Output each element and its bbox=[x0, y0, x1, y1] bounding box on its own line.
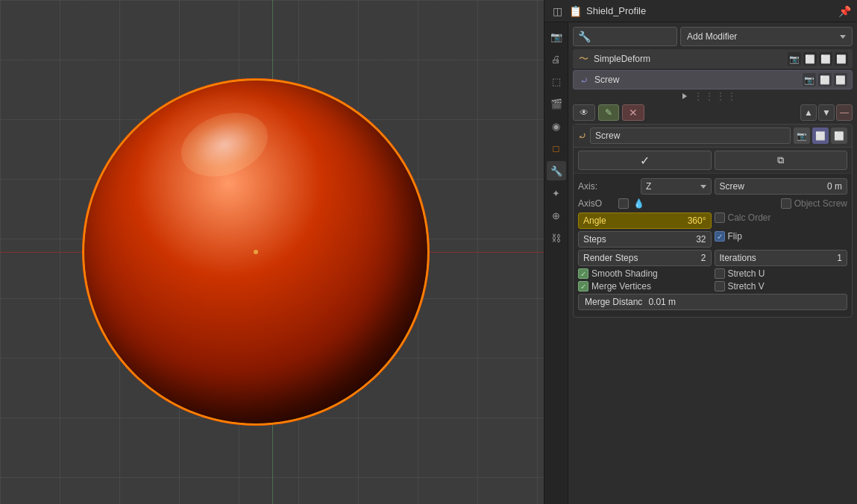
axis-row: Axis: Z Screw 0 m bbox=[578, 178, 847, 195]
steps-row: Steps 32 ✓ Flip bbox=[578, 231, 847, 248]
object-screw-label: Object Screw bbox=[794, 198, 847, 209]
dropdown-arrow bbox=[840, 35, 846, 39]
screw-field[interactable]: Screw 0 m bbox=[715, 178, 848, 195]
angle-field[interactable]: Angle 360° bbox=[578, 212, 712, 229]
simpledeform-render-btn[interactable]: 📷 bbox=[788, 52, 801, 66]
simpledeform-actions: 📷 ⬜ ⬜ ⬜ bbox=[788, 52, 848, 66]
smooth-shading-row: ✓ Smooth Shading Stretch U bbox=[578, 268, 847, 279]
object-screw-checkbox[interactable] bbox=[781, 198, 791, 209]
stretch-u-col: Stretch U bbox=[715, 268, 848, 279]
iterations-col: Iterations 1 bbox=[715, 250, 848, 266]
props-output-icon[interactable]: 🖨 bbox=[547, 49, 566, 69]
viewport[interactable] bbox=[0, 0, 544, 504]
simpledeform-icon: 〜 bbox=[577, 53, 589, 65]
steps-col: Steps 32 bbox=[578, 231, 712, 248]
screw-render-btn[interactable]: 📷 bbox=[803, 73, 816, 86]
props-scene-icon[interactable]: 🎬 bbox=[547, 94, 566, 113]
steps-field[interactable]: Steps 32 bbox=[578, 231, 712, 248]
stretch-u-label: Stretch U bbox=[728, 268, 765, 279]
drag-handle: ⋮⋮⋮⋮ bbox=[693, 90, 738, 102]
add-modifier-row: 🔧 Add Modifier bbox=[573, 27, 853, 46]
smooth-shading-checkbox[interactable]: ✓ bbox=[578, 268, 588, 279]
screw-actions: 📷 ⬜ ⬜ bbox=[803, 73, 847, 86]
props-object-icon[interactable]: □ bbox=[547, 139, 566, 158]
nav-down-btn[interactable]: ▼ bbox=[818, 104, 835, 121]
angle-col: Angle 360° bbox=[578, 212, 712, 229]
pin-button[interactable]: 📌 bbox=[838, 5, 851, 17]
axiso-color-swatch[interactable] bbox=[618, 198, 629, 209]
apply-button[interactable]: ✓ bbox=[578, 151, 712, 170]
modifier-body: Axis: Z Screw 0 m bbox=[574, 174, 852, 317]
render-steps-field[interactable]: Render Steps 2 bbox=[578, 250, 712, 266]
simpledeform-extra-btn[interactable]: ⬜ bbox=[835, 52, 848, 66]
calc-order-checkbox[interactable] bbox=[715, 212, 725, 223]
stretch-v-col: Stretch V bbox=[715, 281, 848, 292]
axiso-row: AxisO 💧 Object Screw bbox=[578, 197, 847, 210]
props-physics-icon[interactable]: ⊕ bbox=[547, 206, 566, 225]
screw-edit-btn[interactable]: ⬜ bbox=[834, 73, 847, 86]
filter-row: 👁 ✎ ✕ ▲ ▼ — bbox=[573, 104, 853, 121]
merge-vertices-checkbox[interactable]: ✓ bbox=[578, 281, 588, 292]
add-modifier-button[interactable]: Add Modifier bbox=[680, 27, 853, 46]
modifier-edit-toggle[interactable]: ⬜ bbox=[831, 127, 847, 144]
right-panel: ◫ 📋 Shield_Profile 📌 📷 🖨 ⬚ 🎬 ◉ □ 🔧 ✦ ⊕ ⛓… bbox=[544, 0, 857, 504]
nav-collapse-btn[interactable]: — bbox=[836, 104, 853, 121]
merge-distance-field[interactable]: Merge Distanc 0.01 m bbox=[578, 294, 847, 310]
props-modifier-icon[interactable]: 🔧 bbox=[547, 161, 566, 180]
topbar-object-icon: 📋 bbox=[568, 4, 582, 18]
merge-vertices-row: ✓ Merge Vertices Stretch V bbox=[578, 281, 847, 292]
stretch-u-checkbox[interactable] bbox=[715, 268, 725, 279]
axis-label: Axis: bbox=[578, 181, 638, 192]
merge-vertices-label: Merge Vertices bbox=[591, 281, 651, 292]
modifier-action-row: ✓ ⧉ bbox=[574, 148, 852, 174]
screw-col: Screw 0 m bbox=[715, 178, 848, 195]
props-world-icon[interactable]: ◉ bbox=[547, 116, 566, 136]
flip-col: ✓ Flip bbox=[715, 231, 848, 248]
nav-up-btn[interactable]: ▲ bbox=[800, 104, 817, 121]
modifier-item-screw[interactable]: ⤾ Screw 📷 ⬜ ⬜ bbox=[573, 70, 853, 89]
filter-edit-btn[interactable]: ✎ bbox=[598, 104, 619, 121]
axiso-label: AxisO bbox=[578, 198, 615, 209]
angle-row: Angle 360° Calc Order bbox=[578, 212, 847, 229]
nav-arrows: ▲ ▼ — bbox=[800, 104, 853, 121]
props-constraints-icon[interactable]: ⛓ bbox=[547, 228, 566, 248]
props-sidebar: 📷 🖨 ⬚ 🎬 ◉ □ 🔧 ✦ ⊕ ⛓ bbox=[544, 22, 568, 504]
flip-label: Flip bbox=[728, 231, 742, 242]
topbar: ◫ 📋 Shield_Profile 📌 bbox=[544, 0, 857, 22]
smooth-shading-col: ✓ Smooth Shading bbox=[578, 268, 712, 279]
axis-dropdown-icon bbox=[700, 185, 706, 189]
properties-main: 🔧 Add Modifier 〜 SimpleDeform 📷 ⬜ ⬜ ⬜ bbox=[568, 22, 857, 504]
modifier-render-toggle[interactable]: 📷 bbox=[794, 127, 810, 144]
axis-select[interactable]: Z bbox=[641, 178, 712, 195]
filter-view-btn[interactable]: 👁 bbox=[573, 104, 595, 121]
sphere-object bbox=[84, 81, 427, 423]
simpledeform-viewport-btn[interactable]: ⬜ bbox=[803, 52, 817, 66]
smooth-shading-label: Smooth Shading bbox=[591, 268, 658, 279]
modifier-viewport-toggle[interactable]: ⬜ bbox=[812, 127, 829, 144]
props-view-icon[interactable]: ⬚ bbox=[547, 72, 566, 91]
props-particles-icon[interactable]: ✦ bbox=[547, 183, 566, 203]
merge-distance-row: Merge Distanc 0.01 m bbox=[578, 294, 847, 310]
filter-delete-btn[interactable]: ✕ bbox=[622, 104, 644, 121]
stretch-v-checkbox[interactable] bbox=[715, 281, 725, 292]
object-origin bbox=[254, 250, 258, 254]
calc-order-label: Calc Order bbox=[728, 212, 771, 223]
iterations-field[interactable]: Iterations 1 bbox=[715, 250, 848, 266]
copy-button[interactable]: ⧉ bbox=[715, 151, 848, 170]
modifier-detail-header: ⤾ 📷 ⬜ ⬜ bbox=[574, 125, 852, 148]
eyedropper-button[interactable]: 💧 bbox=[632, 197, 645, 210]
panel-divider[interactable]: ⋮⋮⋮⋮ bbox=[573, 91, 853, 101]
render-steps-row: Render Steps 2 Iterations 1 bbox=[578, 250, 847, 266]
modifier-header-icons: 📷 ⬜ ⬜ bbox=[794, 127, 847, 144]
modifier-name-input[interactable] bbox=[590, 127, 791, 144]
flip-checkbox[interactable]: ✓ bbox=[715, 231, 725, 242]
simpledeform-edit-btn[interactable]: ⬜ bbox=[819, 52, 832, 66]
props-render-icon[interactable]: 📷 bbox=[547, 27, 566, 46]
screw-name: Screw bbox=[594, 75, 798, 85]
wrench-input: 🔧 bbox=[573, 27, 677, 46]
modifier-item-simple-deform[interactable]: 〜 SimpleDeform 📷 ⬜ ⬜ ⬜ bbox=[573, 49, 853, 69]
render-steps-col: Render Steps 2 bbox=[578, 250, 712, 266]
screw-viewport-btn[interactable]: ⬜ bbox=[818, 73, 832, 86]
stretch-v-label: Stretch V bbox=[728, 281, 765, 292]
axis-col: Axis: Z bbox=[578, 178, 712, 195]
